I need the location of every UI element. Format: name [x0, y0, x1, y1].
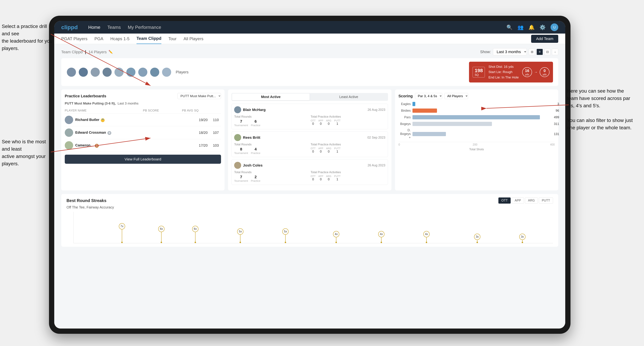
lb-row-3[interactable]: Cameron... ③ 17/20 103	[65, 139, 221, 152]
pac-date-2: 02 Sep 2023	[368, 136, 385, 140]
chart-bar-birdies	[412, 109, 437, 113]
player-avatar-4[interactable]	[102, 67, 112, 77]
total-rounds-label-1: Total Rounds	[234, 115, 309, 119]
shot-circle-1: 16 yds	[522, 67, 532, 77]
players-label: Players	[176, 70, 188, 74]
player-avatar-7[interactable]	[138, 67, 148, 77]
subnav-tour[interactable]: Tour	[168, 33, 176, 44]
streak-bubble-3: 5x	[237, 228, 244, 235]
nav-teams[interactable]: Teams	[108, 25, 121, 30]
streak-point-9: 3x	[519, 234, 526, 243]
view-chart-icon[interactable]: ↓	[552, 49, 558, 55]
nav-home[interactable]: Home	[88, 25, 100, 30]
pac-name-3: Josh Coles	[243, 163, 366, 168]
streak-bubble-0: 7x	[119, 223, 125, 229]
settings-icon[interactable]: ⚙️	[540, 24, 546, 30]
lb-avg-2: 107	[210, 131, 221, 135]
chart-bar-eagles	[412, 102, 415, 106]
streaks-tab-putt[interactable]: PUTT	[539, 197, 553, 204]
streak-dot-3	[240, 242, 241, 243]
streak-dot-5	[336, 242, 337, 243]
lb-table-header: PLAYER NAME PB SCORE PB AVG SQ	[65, 108, 221, 114]
lb-score-2: 18/20	[198, 131, 208, 135]
chart-row-birdies: Birdies96	[400, 109, 553, 113]
pac-date-3: 26 Aug 2023	[368, 164, 385, 167]
least-active-tab[interactable]: Least Active	[310, 93, 388, 100]
lb-avg-1: 110	[210, 118, 221, 122]
chart-value-Eagles: 3	[558, 102, 559, 106]
streak-dot-0	[121, 242, 123, 243]
scoring-filter-1[interactable]: Par 3, 4 & 5s	[415, 93, 442, 99]
lb-score-1: 19/20	[198, 118, 208, 122]
show-select[interactable]: Last 3 months Last 6 months Last year Al…	[493, 48, 527, 55]
scoring-chart: Eagles3Birdies96Pars499Bogeys311D. Bogey…	[398, 102, 555, 140]
chart-label-Birdies: Birdies	[400, 109, 411, 113]
pac-name-2: Rees Britt	[243, 135, 366, 140]
chart-value-D. Bogeys +: 131	[554, 132, 559, 136]
chart-bar-wrap: 311	[412, 122, 553, 126]
subnav-teamclippd[interactable]: Team Clippd	[136, 33, 161, 44]
player-avatar-8[interactable]	[150, 67, 160, 77]
leaderboards-drill-select[interactable]: PUTT Must Make Putt...	[178, 93, 221, 99]
pac-avatar-3	[234, 162, 241, 169]
streak-dot-9	[522, 242, 523, 243]
pac-avatar-1	[234, 106, 241, 113]
lb-row-2[interactable]: Edward Crossman ② 18/20 107	[65, 126, 221, 139]
player-avatar-3[interactable]	[90, 67, 100, 77]
tournament-val-1: 7	[234, 119, 248, 124]
scoring-filter-2[interactable]: All Players	[444, 93, 468, 99]
chart-value-Birdies: 96	[556, 109, 559, 113]
tablet-frame: clippd Home Teams My Performance 🔍 👥 🔔 ⚙…	[49, 16, 570, 334]
streak-bubble-6: 4x	[378, 231, 384, 237]
nav-myperformance[interactable]: My Performance	[128, 25, 161, 30]
streak-line-8	[477, 240, 478, 242]
streak-line-0	[122, 229, 122, 242]
player-avatar-9[interactable]	[162, 67, 172, 77]
view-list-icon[interactable]: ≡	[536, 49, 543, 55]
activity-toggle: Most Active Least Active	[232, 93, 388, 101]
player-avatar-6[interactable]	[126, 67, 136, 77]
streak-point-5: 4x	[333, 231, 339, 243]
player-avatar-5[interactable]	[114, 67, 124, 77]
subnav-allplayers[interactable]: All Players	[184, 33, 203, 44]
player-avatar-2[interactable]	[78, 67, 88, 77]
chart-bar-wrap: 499	[412, 115, 553, 119]
people-icon[interactable]: 👥	[518, 24, 524, 30]
streak-point-8: 3x	[474, 234, 480, 243]
bell-icon[interactable]: 🔔	[528, 24, 534, 30]
search-icon[interactable]: 🔍	[506, 24, 512, 30]
activity-card-1: Blair McHarg 26 Aug 2023 Total Rounds 7 …	[232, 104, 388, 129]
view-grid-icon[interactable]: ⊞	[529, 49, 535, 55]
streak-dot-4	[285, 242, 286, 243]
scoring-panel: Scoring Par 3, 4 & 5s All Players Eagles…	[395, 89, 558, 190]
player-avatar-1[interactable]	[66, 67, 76, 77]
streak-dot-8	[476, 242, 478, 243]
rank-badge-1: 🥇	[101, 118, 105, 122]
shot-circles: 16 yds → 0 yds	[522, 67, 550, 77]
user-avatar[interactable]: U	[550, 23, 558, 31]
view-full-leaderboard-button[interactable]: View Full Leaderboard	[65, 155, 221, 164]
add-team-button[interactable]: Add Team	[531, 35, 558, 43]
chart-bar-wrap: 96	[412, 109, 553, 113]
players-card: Players 198 SQ Shot Dist: 16 yds Start L…	[61, 58, 558, 86]
streaks-tab-arg[interactable]: ARG	[525, 197, 538, 204]
lb-avatar-1	[65, 116, 73, 124]
chart-value-Pars: 499	[554, 116, 559, 119]
view-table-icon[interactable]: ⊟	[544, 49, 550, 55]
streak-bubble-7: 4x	[423, 231, 430, 237]
subnav-pga[interactable]: PGA	[94, 33, 104, 44]
lb-row-1[interactable]: Richard Butler 🥇 19/20 110	[65, 114, 221, 126]
streaks-subtitle: Off The Tee, Fairway Accuracy	[66, 205, 553, 209]
scoring-title: Scoring	[398, 94, 413, 98]
streak-dot-1	[161, 242, 162, 243]
streaks-tab-ott[interactable]: OTT	[498, 197, 511, 204]
annotation-bottom-left: See who is the most and leastactive amon…	[2, 138, 54, 168]
streaks-tab-app[interactable]: APP	[512, 197, 524, 204]
subnav-hcaps[interactable]: Hcaps 1-5	[110, 33, 130, 44]
shot-circle-2: 0 yds	[540, 67, 550, 77]
streaks-title: Best Round Streaks	[66, 198, 106, 203]
most-active-tab[interactable]: Most Active	[232, 93, 310, 100]
subnav-pgat[interactable]: PGAT Players	[61, 33, 88, 44]
edit-team-icon[interactable]: ✏️	[108, 50, 113, 54]
streak-dot-2	[194, 242, 196, 243]
